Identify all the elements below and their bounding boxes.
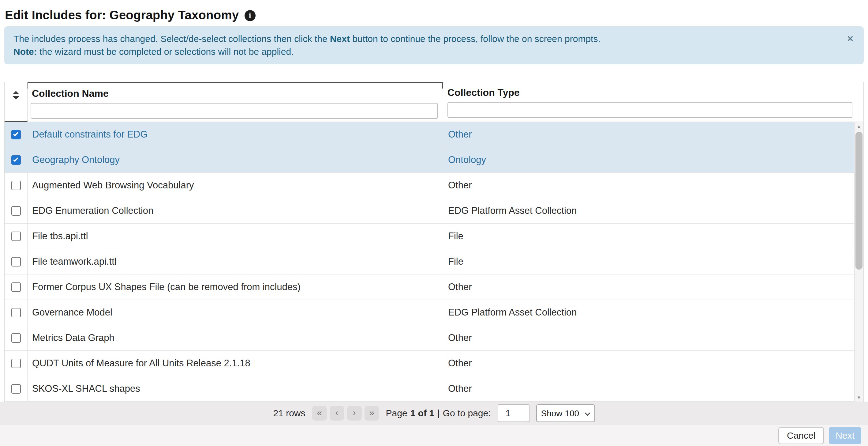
row-checkbox[interactable]: [11, 384, 21, 394]
scroll-down-icon[interactable]: ▼: [855, 393, 863, 402]
page-size-select[interactable]: Show 100: [537, 405, 594, 421]
collection-type-header-label[interactable]: Collection Type: [443, 82, 863, 101]
info-banner: The includes process has changed. Select…: [4, 26, 864, 64]
collection-type-filter-input[interactable]: [447, 102, 852, 118]
goto-page-input[interactable]: [498, 404, 529, 422]
collection-name-cell: EDG Enumeration Collection: [28, 198, 443, 223]
collection-type-cell: EDG Platform Asset Collection: [443, 300, 854, 325]
collection-name-cell: Former Corpus UX Shapes File (can be rem…: [28, 274, 443, 300]
collection-type-cell: Other: [443, 325, 854, 351]
last-page-button[interactable]: »: [365, 406, 379, 421]
banner-text: the wizard must be completed or selectio…: [37, 47, 294, 57]
row-checkbox-cell: [5, 325, 28, 351]
row-checkbox-cell: [5, 122, 28, 147]
sort-column-header[interactable]: [5, 82, 28, 122]
table-body: Default constraints for EDG Other Geogra…: [5, 122, 863, 402]
row-checkbox[interactable]: [11, 283, 21, 292]
table-row[interactable]: QUDT Units of Measure for All Units Rele…: [5, 351, 854, 376]
cancel-button[interactable]: Cancel: [778, 427, 824, 444]
row-checkbox[interactable]: [11, 333, 21, 343]
table-row[interactable]: Augmented Web Browsing Vocabulary Other: [5, 173, 854, 198]
collection-type-cell: Other: [443, 122, 854, 147]
collection-name-column-header: Collection Name: [28, 82, 443, 122]
row-checkbox[interactable]: [11, 130, 21, 139]
collection-name-cell: QUDT Units of Measure for All Units Rele…: [28, 351, 443, 376]
collection-type-cell: Other: [443, 376, 854, 401]
collection-type-cell: EDG Platform Asset Collection: [443, 198, 854, 223]
row-checkbox-cell: [5, 147, 28, 173]
collection-name-cell: File tbs.api.ttl: [28, 224, 443, 249]
row-checkbox[interactable]: [11, 155, 21, 165]
table-row[interactable]: Governance Model EDG Platform Asset Coll…: [5, 300, 854, 325]
row-checkbox[interactable]: [11, 232, 21, 241]
table-row[interactable]: Default constraints for EDG Other: [5, 122, 854, 147]
collection-name-cell: Governance Model: [28, 300, 443, 325]
row-checkbox[interactable]: [11, 181, 21, 190]
collection-name-cell: SKOS-XL SHACL shapes: [28, 376, 443, 401]
vertical-scrollbar[interactable]: ▲ ▼: [854, 122, 863, 402]
scrollbar-thumb[interactable]: [856, 132, 863, 270]
table-row[interactable]: File teamwork.api.ttl File: [5, 249, 854, 274]
page-label: Page: [386, 408, 407, 418]
row-checkbox-cell: [5, 249, 28, 274]
collection-name-cell: Geography Ontology: [28, 147, 443, 173]
table-row[interactable]: File tbs.api.ttl File: [5, 224, 854, 249]
collection-type-cell: Other: [443, 274, 854, 300]
info-icon[interactable]: i: [245, 10, 255, 21]
collection-type-column-header: Collection Type: [443, 82, 863, 122]
row-checkbox[interactable]: [11, 359, 21, 368]
page-separator: |: [437, 408, 440, 418]
collection-name-cell: Augmented Web Browsing Vocabulary: [28, 173, 443, 198]
page-info: Page 1 of 1 | Go to page:: [386, 408, 491, 418]
row-checkbox-cell: [5, 351, 28, 376]
row-checkbox[interactable]: [11, 257, 21, 267]
table-rows: Default constraints for EDG Other Geogra…: [5, 122, 854, 402]
table-row[interactable]: Geography Ontology Ontology: [5, 147, 854, 173]
first-page-button[interactable]: «: [312, 406, 327, 421]
row-checkbox-cell: [5, 173, 28, 198]
banner-line-1: The includes process has changed. Select…: [13, 32, 839, 45]
row-checkbox-cell: [5, 274, 28, 300]
pagination-bar: 21 rows « ‹ › » Page 1 of 1 | Go to page…: [0, 402, 868, 425]
collection-name-cell: File teamwork.api.ttl: [28, 249, 443, 274]
banner-close-icon[interactable]: ×: [847, 33, 853, 43]
row-checkbox[interactable]: [11, 308, 21, 317]
page-value: 1 of 1: [410, 408, 434, 418]
collection-type-cell: File: [443, 249, 854, 274]
collection-name-filter-input[interactable]: [31, 103, 438, 119]
collections-table: Collection Name Collection Type Default …: [4, 82, 864, 402]
row-checkbox-cell: [5, 224, 28, 249]
row-checkbox[interactable]: [11, 206, 21, 216]
rows-count-label: 21 rows: [273, 408, 305, 418]
pager-buttons: « ‹ › »: [312, 406, 379, 421]
edit-includes-dialog: Edit Includes for: Geography Taxonomy i …: [0, 0, 868, 446]
check-icon: [13, 131, 18, 136]
collection-name-header-label[interactable]: Collection Name: [28, 83, 443, 102]
table-row[interactable]: SKOS-XL SHACL shapes Other: [5, 376, 854, 402]
table-header: Collection Name Collection Type: [5, 82, 863, 122]
table-row[interactable]: EDG Enumeration Collection EDG Platform …: [5, 198, 854, 224]
collection-type-cell: Other: [443, 173, 854, 198]
collection-type-cell: File: [443, 224, 854, 249]
table-row[interactable]: Metrics Data Graph Other: [5, 325, 854, 351]
collection-type-cell: Other: [443, 351, 854, 376]
sort-icon[interactable]: [12, 91, 20, 100]
prev-page-button[interactable]: ‹: [330, 406, 344, 421]
scroll-up-icon[interactable]: ▲: [855, 122, 863, 130]
banner-text: button to continue the process, follow t…: [350, 34, 600, 44]
row-checkbox-cell: [5, 376, 28, 401]
banner-text: The includes process has changed. Select…: [13, 34, 330, 44]
dialog-action-bar: Cancel Next: [0, 425, 868, 446]
collection-type-cell: Ontology: [443, 147, 854, 173]
next-page-button[interactable]: ›: [347, 406, 362, 421]
page-size-select-wrap: Show 100: [536, 404, 595, 422]
table-row[interactable]: Former Corpus UX Shapes File (can be rem…: [5, 274, 854, 300]
row-checkbox-cell: [5, 198, 28, 223]
page-header: Edit Includes for: Geography Taxonomy i: [0, 0, 868, 26]
check-icon: [13, 156, 18, 162]
goto-page-label: Go to page:: [443, 408, 491, 418]
collection-name-cell: Metrics Data Graph: [28, 325, 443, 351]
collection-name-cell: Default constraints for EDG: [28, 122, 443, 147]
next-button[interactable]: Next: [829, 427, 861, 444]
banner-bold-note: Note:: [13, 47, 37, 57]
